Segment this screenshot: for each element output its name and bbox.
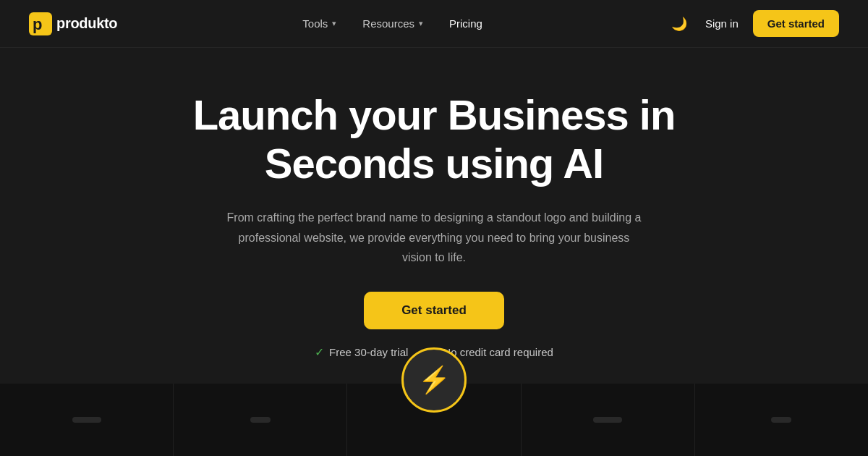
get-started-nav-button[interactable]: Get started — [753, 10, 839, 37]
lightning-circle: ⚡ — [401, 347, 467, 413]
strip-logo-4 — [522, 384, 695, 456]
resources-chevron-icon: ▾ — [419, 19, 423, 28]
strip-logo-1 — [0, 384, 174, 456]
strip-placeholder-5 — [771, 417, 791, 423]
strip-placeholder-1 — [72, 417, 101, 423]
nav-right: 🌙 Sign in Get started — [668, 10, 839, 37]
hero-title: Launch your Business in Seconds using AI — [193, 91, 676, 187]
navbar: p produkto Tools ▾ Resources ▾ Pricing 🌙… — [0, 0, 868, 48]
logo-link[interactable]: p produkto — [29, 12, 117, 35]
free-trial-badge: ✓ Free 30-day trial — [315, 345, 408, 359]
strip-placeholder-2 — [250, 417, 271, 423]
nav-resources[interactable]: Resources ▾ — [362, 17, 423, 30]
svg-text:p: p — [33, 15, 42, 33]
bottom-strip: ⚡ — [0, 384, 868, 456]
strip-logo-2 — [174, 384, 347, 456]
hero-get-started-button[interactable]: Get started — [364, 292, 504, 329]
nav-pricing[interactable]: Pricing — [449, 17, 482, 30]
strip-placeholder-4 — [593, 417, 622, 423]
tools-label: Tools — [302, 17, 328, 30]
strip-logo-5 — [695, 384, 868, 456]
nav-tools[interactable]: Tools ▾ — [302, 17, 336, 30]
lightning-icon: ⚡ — [418, 365, 451, 395]
resources-label: Resources — [362, 17, 414, 30]
nav-center: Tools ▾ Resources ▾ Pricing — [302, 17, 482, 30]
moon-icon: 🌙 — [671, 16, 687, 32]
bottom-strip-inner: ⚡ — [0, 384, 868, 456]
hero-subtitle: From crafting the perfect brand name to … — [224, 208, 644, 267]
hero-section: Launch your Business in Seconds using AI… — [0, 48, 868, 381]
theme-toggle-button[interactable]: 🌙 — [668, 12, 691, 35]
logo-icon: p — [29, 12, 52, 35]
check-icon-1: ✓ — [315, 345, 324, 359]
tools-chevron-icon: ▾ — [332, 19, 336, 28]
logo-text: produkto — [56, 15, 117, 32]
sign-in-button[interactable]: Sign in — [705, 17, 739, 30]
